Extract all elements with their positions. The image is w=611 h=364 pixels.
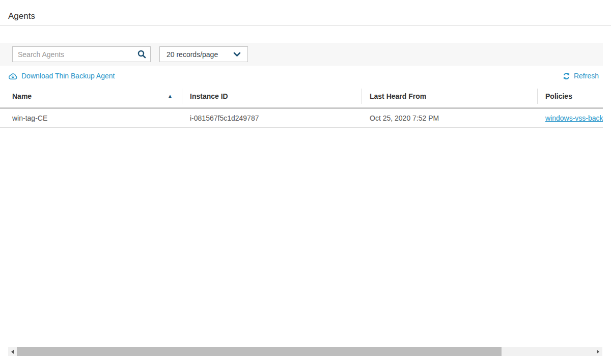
page-title: Agents — [0, 0, 611, 25]
policies-cell: windows-vss-backu — [537, 108, 603, 128]
download-thin-backup-agent-link[interactable]: Download Thin Backup Agent — [8, 72, 115, 80]
chevron-down-icon — [233, 52, 241, 57]
last-heard-from-cell: Oct 25, 2020 7:52 PM — [362, 108, 537, 128]
scroll-right-button[interactable] — [594, 347, 602, 356]
table-header-row: Name ▲ Instance ID Last Heard From Polic… — [0, 85, 603, 108]
column-header-last-heard-from[interactable]: Last Heard From — [362, 85, 537, 108]
agents-table-container: Name ▲ Instance ID Last Heard From Polic… — [0, 85, 603, 128]
title-divider — [0, 25, 611, 26]
scrollbar-thumb[interactable] — [17, 347, 502, 356]
table-row[interactable]: win-tag-CE i-081567f5c1d249787 Oct 25, 2… — [0, 108, 603, 128]
instance-id-cell: i-081567f5c1d249787 — [182, 108, 362, 128]
scroll-left-button[interactable] — [8, 347, 17, 356]
column-header-policies[interactable]: Policies — [537, 85, 603, 108]
column-header-name[interactable]: Name ▲ — [0, 85, 182, 108]
records-per-page-value: 20 records/page — [166, 50, 218, 59]
scroll-right-arrow-icon — [597, 350, 599, 354]
horizontal-scrollbar[interactable] — [8, 347, 602, 356]
actions-row: Download Thin Backup Agent Refresh — [0, 66, 603, 85]
cloud-download-icon — [8, 72, 18, 80]
records-per-page-select[interactable]: 20 records/page — [159, 46, 248, 62]
column-header-instance-id[interactable]: Instance ID — [182, 85, 362, 108]
agents-table: Name ▲ Instance ID Last Heard From Polic… — [0, 85, 603, 128]
refresh-icon — [563, 72, 570, 80]
refresh-link-label: Refresh — [574, 72, 599, 80]
agents-page: Agents 20 records/page — [0, 0, 611, 364]
search-box — [12, 46, 151, 62]
sort-asc-icon: ▲ — [168, 92, 173, 100]
toolbar: 20 records/page — [0, 43, 603, 66]
agent-name-cell: win-tag-CE — [0, 108, 182, 128]
download-link-label: Download Thin Backup Agent — [21, 72, 115, 80]
refresh-link[interactable]: Refresh — [563, 72, 599, 80]
search-button[interactable] — [133, 47, 150, 62]
search-input[interactable] — [13, 50, 133, 59]
scroll-left-arrow-icon — [11, 350, 14, 354]
search-icon — [137, 50, 146, 59]
policy-link[interactable]: windows-vss-backu — [545, 114, 603, 122]
